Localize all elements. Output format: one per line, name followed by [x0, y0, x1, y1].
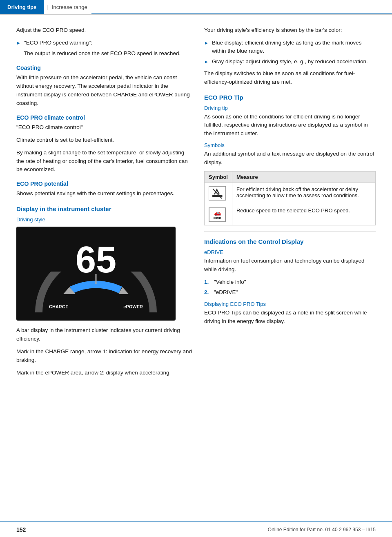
table-col1-header: Symbol [205, 172, 232, 183]
table-row-2: 🚗 km/h Reduce speed to the selected ECO … [205, 204, 376, 225]
blue-bullet-text: Blue display: efficient driving style as… [212, 39, 376, 56]
indications-heading: Indications on the Control Display [204, 238, 376, 245]
list-num-1: 1. [204, 278, 211, 287]
eco-potential-heading: ECO PRO potential [16, 180, 192, 187]
footer-text: Online Edition for Part no. 01 40 2 962 … [268, 527, 376, 533]
svg-rect-3 [212, 195, 223, 197]
eco-pro-tip-heading: ECO PRO Tip [204, 94, 376, 101]
symbol-icon-cell-2: 🚗 km/h [205, 204, 232, 225]
no-accel-svg [211, 188, 223, 199]
cluster-image: 65 CHARGE ePOWER [16, 227, 176, 321]
display-cluster-heading: Display in the instrument cluster [16, 205, 192, 212]
right-column: Your driving style's efficiency is shown… [204, 26, 376, 381]
blue-bullet-arrow-icon: ► [204, 40, 209, 56]
coasting-text: With little pressure on the accelerator … [16, 74, 192, 108]
gray-bullet-item: ► Gray display: adjust driving style, e.… [204, 58, 376, 66]
gray-bullet-text: Gray display: adjust driving style, e. g… [212, 58, 368, 66]
breadcrumb-tab-driving-tips: Driving tips [0, 0, 44, 14]
blue-bullet-item: ► Blue display: efficient driving style … [204, 39, 376, 56]
eco-potential-text: Shows potential savings with the current… [16, 189, 192, 198]
efficiency-intro: Your driving style's efficiency is shown… [204, 26, 376, 35]
list-item-1: 1. "Vehicle info" [204, 278, 376, 287]
eco-climate-sub: "ECO PRO climate control" [16, 123, 192, 132]
gray-bullet-arrow-icon: ► [204, 58, 209, 66]
symbol-measure-1: For efficient driving back off the accel… [232, 183, 375, 204]
bullet-arrow-icon: ► [16, 40, 21, 47]
eco-tips-heading: Displaying ECO PRO Tips [204, 301, 376, 307]
symbol-table: Symbol Measure [204, 171, 376, 225]
eco-climate-2: By making a slight change to the set tem… [16, 149, 192, 174]
kmh-display: 🚗 km/h [209, 207, 225, 222]
edrive-sub: eDRIVE [204, 249, 376, 255]
page-number: 152 [16, 526, 26, 533]
bar-display-1: A bar display in the instrument cluster … [16, 326, 192, 343]
page-footer: 152 Online Edition for Part no. 01 40 2 … [0, 521, 392, 537]
breadcrumb-separator: | [44, 4, 52, 10]
display-switches-text: The display switches to blue as soon as … [204, 69, 376, 87]
list-text-1: "Vehicle info" [214, 278, 246, 287]
eco-climate-1: Climate control is set to be fuel-effici… [16, 136, 192, 145]
coasting-heading: Coasting [16, 65, 192, 71]
edrive-list: 1. "Vehicle info" 2. "eDRIVE" [204, 278, 376, 297]
bar-display-2: Mark in the CHARGE range, arrow 1: indic… [16, 348, 192, 365]
breadcrumb-current-page: Increase range [52, 4, 87, 10]
no-accel-icon [209, 186, 226, 201]
table-row-1: For efficient driving back off the accel… [205, 183, 376, 204]
breadcrumb-line [91, 13, 392, 14]
driving-tip-sub: Driving tip [204, 105, 376, 111]
list-text-2: "eDRIVE" [214, 288, 238, 297]
symbol-measure-2: Reduce speed to the selected ECO PRO spe… [232, 204, 375, 225]
bar-display-3: Mark in the ePOWER area, arrow 2: displa… [16, 369, 192, 377]
cluster-speed-number: 65 [76, 239, 116, 281]
driving-tip-text: As soon as one of the conditions for eff… [204, 113, 376, 138]
symbol-icon-cell-1 [205, 183, 232, 204]
table-col2-header: Measure [232, 172, 375, 183]
eco-tips-text: ECO PRO Tips can be displayed as a note … [204, 309, 376, 326]
kmh-label: km/h [214, 216, 221, 220]
symbols-text: An additional symbol and a text message … [204, 150, 376, 167]
list-num-2: 2. [204, 288, 211, 297]
left-column: Adjust the ECO PRO speed. ► "ECO PRO spe… [16, 26, 192, 381]
bullet-1-detail: The output is reduced once the set ECO P… [24, 49, 192, 58]
kmh-car-icon: 🚗 [214, 209, 221, 216]
bullet-1-text: "ECO PRO speed warning": [24, 39, 92, 47]
intro-text: Adjust the ECO PRO speed. [16, 26, 192, 35]
symbols-sub: Symbols [204, 142, 376, 148]
cluster-epower-label: ePOWER [123, 304, 143, 309]
driving-style-sub: Driving style [16, 216, 192, 223]
edrive-text: Information on fuel consumption and tech… [204, 257, 376, 274]
eco-climate-heading: ECO PRO climate control [16, 114, 192, 121]
list-item-2: 2. "eDRIVE" [204, 288, 376, 297]
cluster-charge-label: CHARGE [49, 304, 69, 309]
breadcrumb-bar: Driving tips | Increase range [0, 0, 392, 15]
bullet-item-1: ► "ECO PRO speed warning": [16, 39, 192, 47]
content-area: Adjust the ECO PRO speed. ► "ECO PRO spe… [0, 15, 392, 398]
kmh-icon-box: 🚗 km/h [209, 207, 226, 222]
section-divider [204, 231, 376, 232]
